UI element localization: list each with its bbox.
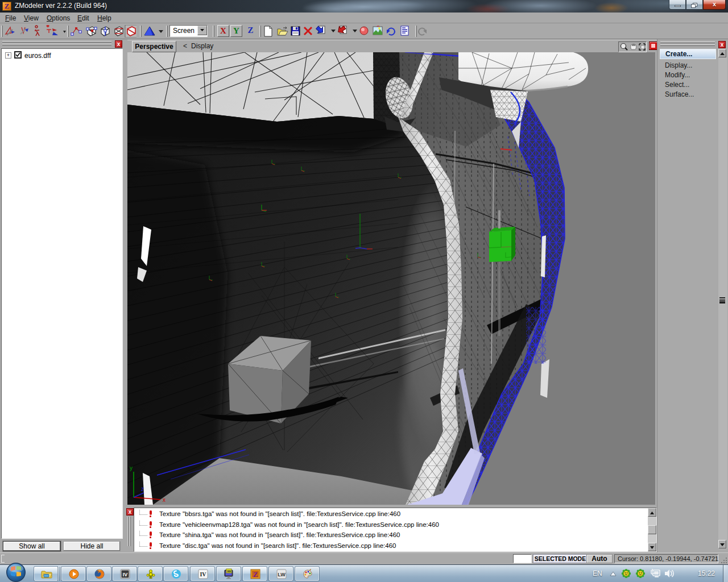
svg-text:IV: IV	[123, 572, 128, 577]
svg-text:x: x	[163, 497, 166, 503]
svg-text:IV: IV	[200, 571, 206, 577]
svg-text:y: y	[130, 465, 133, 471]
svg-text:Z: Z	[253, 570, 258, 579]
svg-text:z: z	[141, 486, 144, 492]
svg-text:LW: LW	[278, 572, 286, 577]
svg-text:99: 99	[227, 569, 231, 573]
